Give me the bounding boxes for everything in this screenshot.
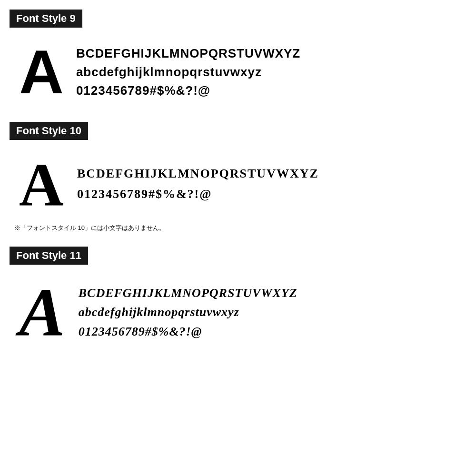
font-style-9-label: Font Style 9 bbox=[10, 10, 82, 28]
font11-line-2: abcdefghijklmnopqrstuvwxyz bbox=[79, 303, 298, 322]
font-style-11-section: Font Style 11 A BCDEFGHIJKLMNOPQRSTUVWXY… bbox=[10, 247, 466, 352]
font10-line-1: BCDEFGHIJKLMNOPQRSTUVWXYZ bbox=[77, 164, 319, 184]
font11-demo: A BCDEFGHIJKLMNOPQRSTUVWXYZ abcdefghijkl… bbox=[10, 273, 466, 352]
font11-line-3: 0123456789#$%&?!@ bbox=[79, 322, 298, 341]
font9-line-2: abcdefghijklmnopqrstuvwxyz bbox=[76, 63, 300, 81]
font10-demo: A BCDEFGHIJKLMNOPQRSTUVWXYZ 0123456789#$… bbox=[10, 149, 466, 220]
font-style-11-label: Font Style 11 bbox=[10, 247, 88, 265]
font11-char-lines: BCDEFGHIJKLMNOPQRSTUVWXYZ abcdefghijklmn… bbox=[79, 284, 298, 341]
font9-demo: A BCDEFGHIJKLMNOPQRSTUVWXYZ abcdefghijkl… bbox=[10, 36, 466, 108]
page-container: Font Style 9 A BCDEFGHIJKLMNOPQRSTUVWXYZ… bbox=[0, 0, 476, 476]
font9-big-letter: A bbox=[19, 41, 63, 103]
font9-char-lines: BCDEFGHIJKLMNOPQRSTUVWXYZ abcdefghijklmn… bbox=[76, 44, 300, 100]
font-style-9-section: Font Style 9 A BCDEFGHIJKLMNOPQRSTUVWXYZ… bbox=[10, 10, 466, 108]
font-style-10-label: Font Style 10 bbox=[10, 122, 88, 140]
font9-line-1: BCDEFGHIJKLMNOPQRSTUVWXYZ bbox=[76, 44, 300, 63]
font10-char-lines: BCDEFGHIJKLMNOPQRSTUVWXYZ 0123456789#$%&… bbox=[77, 164, 319, 205]
font10-big-letter: A bbox=[19, 153, 64, 215]
font9-line-3: 0123456789#$%&?!@ bbox=[76, 81, 300, 100]
font10-line-2: 0123456789#$%&?!@ bbox=[77, 184, 319, 205]
font11-line-1: BCDEFGHIJKLMNOPQRSTUVWXYZ bbox=[79, 284, 298, 303]
font11-big-letter: A bbox=[19, 278, 65, 347]
font-style-10-section: Font Style 10 A BCDEFGHIJKLMNOPQRSTUVWXY… bbox=[10, 122, 466, 232]
font10-note: ※「フォントスタイル 10」には小文字はありません。 bbox=[10, 224, 466, 232]
